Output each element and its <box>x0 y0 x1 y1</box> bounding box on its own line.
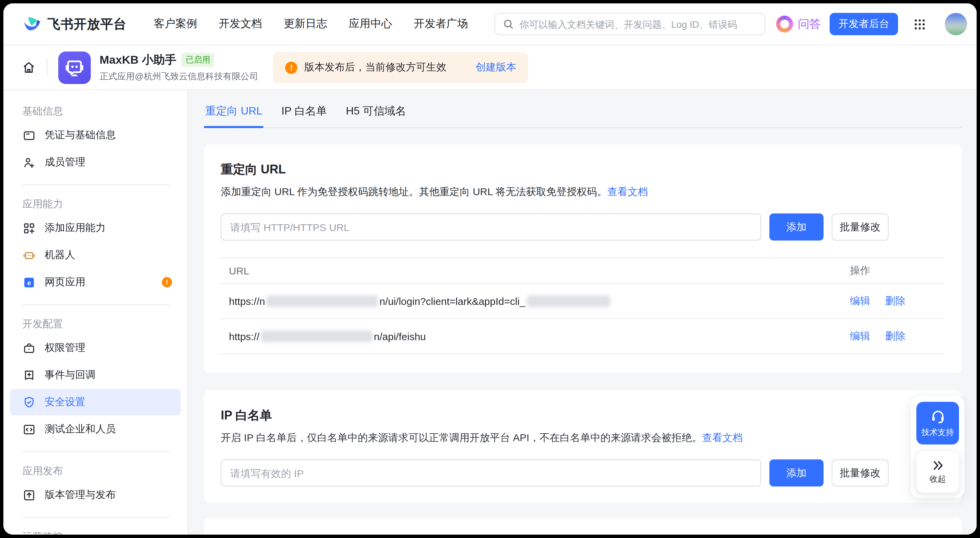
tech-support-button[interactable]: 技术支持 <box>916 402 959 444</box>
svg-text:e: e <box>27 279 31 286</box>
redirect-url-input-row: 添加 批量修改 <box>221 213 945 240</box>
sidebar-item-bot[interactable]: 机器人 <box>10 242 181 268</box>
sidebar-item-label: 事件与回调 <box>45 369 95 382</box>
shield-check-icon <box>22 395 36 409</box>
sidebar-item-credentials[interactable]: 凭证与基础信息 <box>10 122 181 148</box>
sidebar-item-web-app[interactable]: e 网页应用 ! <box>10 269 181 295</box>
sidebar-item-test-org-users[interactable]: 测试企业和人员 <box>10 416 181 442</box>
divider <box>22 517 171 518</box>
search-input[interactable] <box>519 19 757 29</box>
content-area: 重定向 URL IP 白名单 H5 可信域名 重定向 URL 添加重定向 URL… <box>188 90 977 535</box>
delete-link[interactable]: 删除 <box>885 330 905 342</box>
url-text: n/api/feishu <box>374 331 426 342</box>
column-header-actions: 操作 <box>842 258 945 283</box>
banner-text: 版本发布后，当前修改方可生效 <box>304 61 446 74</box>
nav-item-developer-plaza[interactable]: 开发者广场 <box>414 17 468 31</box>
main-area: 基础信息 凭证与基础信息 成员管理 <box>3 90 977 535</box>
robot-icon <box>22 248 36 262</box>
tech-support-label: 技术支持 <box>921 427 954 438</box>
upload-box-icon <box>22 488 36 502</box>
add-redirect-url-button[interactable]: 添加 <box>769 213 824 240</box>
app-meta: MaxKB 小助手 已启用 正式应用@杭州飞致云信息科技有限公司 <box>100 52 258 83</box>
search-icon <box>503 18 514 30</box>
feishu-logo-icon <box>23 15 41 33</box>
batch-edit-ip-button[interactable]: 批量修改 <box>832 459 889 487</box>
global-search[interactable] <box>495 13 765 35</box>
tab-redirect-url[interactable]: 重定向 URL <box>204 104 264 127</box>
sidebar-item-security-settings[interactable]: 安全设置 <box>10 389 181 415</box>
app-subtitle: 正式应用@杭州飞致云信息科技有限公司 <box>100 70 258 83</box>
top-nav: 飞书开放平台 客户案例 开发文档 更新日志 应用中心 开发者广场 <box>3 3 977 45</box>
double-chevron-right-icon <box>931 459 945 472</box>
view-docs-link[interactable]: 查看文档 <box>702 431 743 443</box>
sidebar-item-members[interactable]: 成员管理 <box>10 149 181 175</box>
collapse-label: 收起 <box>929 474 946 485</box>
alert-badge-icon: ! <box>162 277 172 287</box>
redirect-url-card: 重定向 URL 添加重定向 URL 作为免登授权码跳转地址。其他重定向 URL … <box>204 144 962 372</box>
brand-name: 飞书开放平台 <box>48 15 127 33</box>
url-cell: https://nn/ui/login?client=lark&appId=cl… <box>221 283 842 319</box>
nav-item-app-center[interactable]: 应用中心 <box>349 17 392 31</box>
home-icon[interactable] <box>22 60 36 75</box>
nav-item-dev-docs[interactable]: 开发文档 <box>219 17 262 31</box>
feishu-open-platform-logo[interactable]: 飞书开放平台 <box>23 15 127 33</box>
nav-item-changelog[interactable]: 更新日志 <box>284 17 327 31</box>
url-text: n/ui/login?client=lark&appId=cli_ <box>380 295 525 307</box>
sidebar-item-label: 安全设置 <box>45 396 85 409</box>
sidebar-item-label: 添加应用能力 <box>45 221 106 234</box>
sidebar-item-version-release[interactable]: 版本管理与发布 <box>10 482 181 508</box>
ip-whitelist-card: IP 白名单 开启 IP 白名单后，仅白名单中的来源请求可以正常调用开放平台 A… <box>204 390 962 503</box>
column-header-url: URL <box>221 258 842 283</box>
redirect-url-input[interactable] <box>221 213 761 240</box>
nav-item-customer-cases[interactable]: 客户案例 <box>154 17 197 31</box>
batch-edit-redirect-button[interactable]: 批量修改 <box>832 213 889 240</box>
developer-console-button[interactable]: 开发者后台 <box>830 13 898 35</box>
id-card-icon <box>22 128 36 142</box>
qa-button[interactable]: 问答 <box>776 16 821 32</box>
sidebar-item-label: 成员管理 <box>45 156 85 169</box>
edit-link[interactable]: 编辑 <box>850 295 870 306</box>
sidebar-section-dev-config: 开发配置 <box>3 314 188 334</box>
app-header-bar: MaxKB 小助手 已启用 正式应用@杭州飞致云信息科技有限公司 ! 版本发布后… <box>3 45 977 90</box>
ip-input[interactable] <box>221 459 761 487</box>
ip-input-row: 添加 批量修改 <box>221 459 945 487</box>
redacted-segment <box>527 295 610 307</box>
user-avatar[interactable] <box>945 13 967 35</box>
delete-link[interactable]: 删除 <box>885 295 905 306</box>
sidebar-section-basic-info: 基础信息 <box>3 101 188 121</box>
sidebar-item-events-callbacks[interactable]: 事件与回调 <box>10 362 181 388</box>
warning-icon: ! <box>285 61 298 73</box>
bookmark-plus-icon <box>22 368 36 382</box>
sidebar-item-label: 网页应用 <box>45 276 85 289</box>
divider <box>22 304 171 305</box>
tab-label: IP 白名单 <box>282 105 327 116</box>
divider <box>47 58 48 76</box>
person-add-icon <box>22 156 36 169</box>
collapse-button[interactable]: 收起 <box>916 451 959 493</box>
edit-link[interactable]: 编辑 <box>850 330 870 342</box>
tab-ip-whitelist[interactable]: IP 白名单 <box>280 104 328 127</box>
sidebar-item-add-capability[interactable]: 添加应用能力 <box>10 215 181 241</box>
screen: 飞书开放平台 客户案例 开发文档 更新日志 应用中心 开发者广场 <box>0 0 980 538</box>
sidebar-item-permissions[interactable]: 权限管理 <box>10 335 181 361</box>
create-version-link[interactable]: 创建版本 <box>476 61 516 74</box>
app-name: MaxKB 小助手 <box>100 52 177 68</box>
add-ip-button[interactable]: 添加 <box>769 459 824 487</box>
sidebar-item-label: 测试企业和人员 <box>45 423 116 436</box>
tab-label: 重定向 URL <box>205 105 262 116</box>
redacted-segment <box>267 295 378 307</box>
sidebar-item-label: 机器人 <box>45 249 75 261</box>
security-tabs: 重定向 URL IP 白名单 H5 可信域名 <box>204 90 962 128</box>
view-docs-link[interactable]: 查看文档 <box>607 186 648 197</box>
floating-widget-panel: 技术支持 收起 <box>911 396 964 498</box>
version-warning-banner: ! 版本发布后，当前修改方可生效 创建版本 <box>273 52 528 83</box>
card-description: 添加重定向 URL 作为免登授权码跳转地址。其他重定向 URL 将无法获取免登授… <box>221 186 945 199</box>
web-app-e-icon: e <box>22 275 36 289</box>
headset-icon <box>929 408 946 425</box>
card-description: 开启 IP 白名单后，仅白名单中的来源请求可以正常调用开放平台 API，不在白名… <box>221 431 945 444</box>
primary-nav: 客户案例 开发文档 更新日志 应用中心 开发者广场 <box>154 17 468 31</box>
apps-grid-icon[interactable] <box>913 17 926 31</box>
qa-gradient-icon <box>776 16 793 32</box>
avatar-image <box>945 13 967 35</box>
tab-h5-trusted-domain[interactable]: H5 可信域名 <box>344 104 407 127</box>
